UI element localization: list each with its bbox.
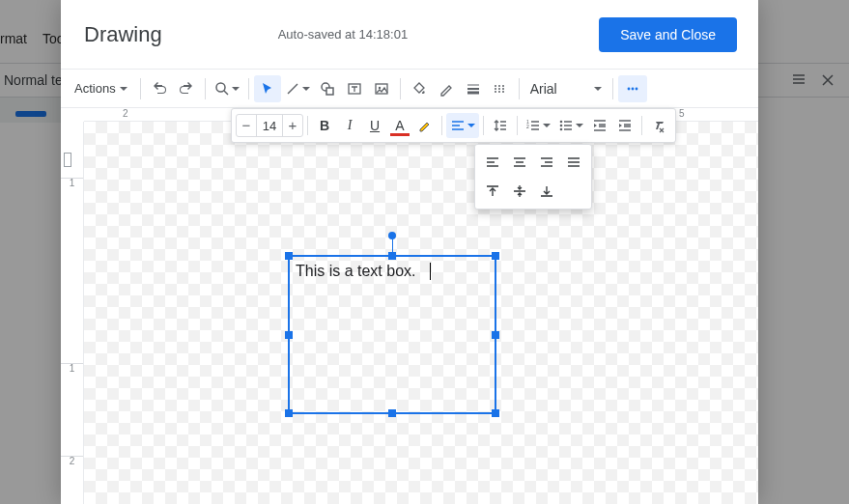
align-bottom-button[interactable]: [535, 180, 558, 203]
resize-handle-s[interactable]: [388, 409, 396, 417]
chevron-down-icon: [302, 87, 310, 91]
resize-handle-ne[interactable]: [492, 252, 499, 260]
textbox-content[interactable]: This is a text box.: [296, 263, 416, 280]
svg-point-8: [635, 87, 637, 90]
align-button[interactable]: [446, 113, 479, 138]
actions-menu-button[interactable]: Actions: [67, 77, 135, 99]
bulleted-list-button[interactable]: [554, 113, 587, 138]
autosave-status: Auto-saved at 14:18:01: [162, 27, 599, 42]
zoom-button[interactable]: [211, 75, 243, 102]
save-and-close-button[interactable]: Save and Close: [599, 17, 737, 52]
svg-text:2: 2: [526, 124, 529, 129]
resize-handle-nw[interactable]: [285, 252, 293, 260]
text-color-button[interactable]: A: [387, 113, 412, 138]
increase-indent-button[interactable]: [612, 113, 637, 138]
textbox-tool-button[interactable]: [341, 75, 368, 102]
ruler-tick: 2: [61, 456, 83, 466]
ruler-tick: 5: [679, 108, 685, 119]
align-popover: [474, 144, 592, 210]
undo-button[interactable]: [146, 75, 173, 102]
italic-button[interactable]: I: [337, 113, 362, 138]
ruler-vertical: 1 1 2: [61, 122, 84, 504]
modal-header: Drawing Auto-saved at 14:18:01 Save and …: [61, 0, 758, 70]
line-spacing-button[interactable]: [488, 113, 513, 138]
drawing-modal: Drawing Auto-saved at 14:18:01 Save and …: [61, 0, 758, 504]
modal-title: Drawing: [84, 22, 162, 47]
svg-rect-2: [326, 88, 333, 95]
rotation-handle-line: [392, 239, 393, 253]
resize-handle-sw[interactable]: [285, 409, 293, 417]
bg-shade-right: [758, 0, 849, 504]
chevron-down-icon: [467, 124, 475, 127]
svg-point-12: [560, 125, 563, 127]
rotation-handle[interactable]: [388, 232, 396, 239]
line-tool-button[interactable]: [281, 75, 314, 102]
bg-shade-left: [0, 0, 61, 504]
image-tool-button[interactable]: [368, 75, 395, 102]
resize-handle-e[interactable]: [492, 331, 499, 339]
align-justify-button[interactable]: [562, 151, 585, 174]
underline-button[interactable]: U: [362, 113, 387, 138]
border-weight-button[interactable]: [460, 75, 487, 102]
svg-point-11: [560, 121, 563, 124]
ruler-tick: 2: [123, 108, 128, 119]
resize-handle-se[interactable]: [492, 409, 499, 417]
text-cursor: [430, 263, 431, 280]
align-left-button[interactable]: [481, 151, 504, 174]
indent-marker[interactable]: [64, 153, 71, 167]
align-top-button[interactable]: [481, 180, 504, 203]
decrease-font-size-button[interactable]: −: [237, 115, 256, 136]
svg-point-7: [631, 87, 634, 90]
align-center-button[interactable]: [508, 151, 531, 174]
selected-textbox[interactable]: This is a text box.: [288, 255, 496, 414]
chevron-down-icon: [576, 124, 583, 127]
actions-label: Actions: [74, 81, 116, 96]
align-middle-button[interactable]: [508, 180, 531, 203]
ruler-tick: 1: [61, 178, 83, 188]
font-size-input[interactable]: [256, 115, 283, 136]
ruler-tick: 1: [61, 363, 83, 374]
chevron-down-icon: [543, 124, 551, 127]
increase-font-size-button[interactable]: +: [283, 115, 302, 136]
chevron-down-icon: [232, 87, 240, 91]
fill-color-button[interactable]: [406, 75, 433, 102]
more-options-button[interactable]: [618, 75, 647, 102]
clear-formatting-button[interactable]: [646, 113, 671, 138]
font-family-value: Arial: [530, 81, 557, 97]
chevron-down-icon: [120, 87, 127, 91]
resize-handle-n[interactable]: [388, 252, 396, 260]
chevron-down-icon: [594, 87, 602, 91]
drawing-toolbar: Actions: [61, 70, 758, 108]
svg-point-13: [560, 128, 563, 131]
decrease-indent-button[interactable]: [587, 113, 612, 138]
align-right-button[interactable]: [535, 151, 558, 174]
shape-tool-button[interactable]: [314, 75, 341, 102]
font-size-control: − +: [236, 114, 303, 137]
font-family-selector[interactable]: Arial: [524, 81, 608, 97]
select-tool-button[interactable]: [254, 75, 281, 102]
text-format-toolbar: − + B I U A 12: [231, 108, 676, 143]
svg-point-6: [627, 87, 630, 90]
numbered-list-button[interactable]: 12: [522, 113, 554, 138]
svg-point-0: [216, 83, 225, 92]
resize-handle-w[interactable]: [285, 331, 293, 339]
border-color-button[interactable]: [433, 75, 460, 102]
redo-button[interactable]: [173, 75, 200, 102]
svg-point-5: [378, 86, 380, 88]
drawing-canvas[interactable]: This is a text box.: [84, 122, 758, 504]
highlight-color-button[interactable]: [412, 113, 438, 138]
bold-button[interactable]: B: [312, 113, 337, 138]
border-dash-button[interactable]: [487, 75, 514, 102]
